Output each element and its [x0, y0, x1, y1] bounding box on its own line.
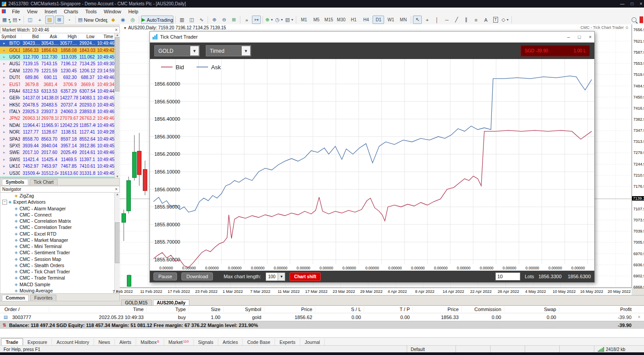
maximize-button[interactable]: □ [631, 1, 633, 6]
navigator-item-cmc-tick-chart-trader[interactable]: ◈CMC - Tick Chart Trader [0, 268, 114, 275]
timeframe-d1[interactable]: D1 [373, 16, 384, 24]
trendline-tool[interactable]: ╱ [452, 16, 461, 24]
profiles-button[interactable]: ▤▼ [12, 16, 21, 24]
menu-window[interactable]: Window [100, 8, 125, 15]
navigator-item-macd-sample[interactable]: ◈MACD Sample [0, 281, 114, 288]
symbol-select[interactable]: GOLD▼ [154, 45, 200, 56]
market-watch-tab-tick-chart[interactable]: Tick Chart [30, 179, 58, 185]
navigator-item-cmc-mini-terminal[interactable]: ◈CMC - Mini Terminal [0, 243, 114, 249]
navigator-item-zigzag[interactable]: ◈ZigZag [0, 193, 114, 199]
timeframe-m15[interactable]: M15 [323, 16, 334, 24]
scroll-down-icon[interactable]: ▼ [116, 175, 119, 178]
terminal-toggle[interactable]: ⊞ [55, 16, 64, 24]
market-watch-row[interactable]: ►GOLD1856.331856.631858.081843.0310:49:4… [0, 47, 114, 53]
search-icon[interactable] [629, 16, 638, 24]
navigator-item-cmc-market-manager[interactable]: ◈CMC - Market Manager [0, 237, 114, 243]
download-button[interactable]: Download [181, 272, 213, 280]
chart-candles-button[interactable]: ◫ [187, 16, 196, 24]
navigator-tab-favorites[interactable]: Favorites [30, 295, 56, 301]
navigator-item-cmc-alarm-manager[interactable]: ◈CMC - Alarm Manager [0, 205, 114, 212]
max-chart-length-select[interactable]: 100 ▼ [266, 272, 286, 281]
menu-tools[interactable]: Tools [82, 8, 100, 15]
timeframe-m5[interactable]: M5 [310, 16, 322, 24]
navigator-item-cmc-sentiment-trader[interactable]: ◈CMC - Sentiment Trader [0, 249, 114, 256]
terminal-tab-articles[interactable]: Articles [218, 339, 243, 346]
tile-windows-button[interactable]: ⊞ [229, 16, 238, 24]
strategy-tester-toggle[interactable]: ◔ [65, 16, 74, 24]
menu-insert[interactable]: Insert [41, 8, 60, 15]
label-tool[interactable]: T [491, 16, 500, 24]
tick-close-button[interactable]: × [589, 34, 592, 39]
timeframe-mn[interactable]: MN [397, 16, 409, 24]
navigator-item-cmc-stealth-orders[interactable]: ◈CMC - Stealth Orders [0, 262, 114, 268]
chart-line-button[interactable]: ∿ [197, 16, 206, 24]
auto-scroll-button[interactable]: » [242, 16, 251, 24]
market-watch-row[interactable]: ►US3031509.4431512.0431613.6031331.8310:… [0, 170, 114, 176]
market-watch-row[interactable]: ►NOR251127.771128.671138.511127.4110:49:… [0, 129, 114, 135]
navigator-tab-common[interactable]: Common [2, 295, 29, 301]
market-watch-row[interactable]: ►SWE302017.102017.602025.492014.6110:49:… [0, 149, 114, 156]
navigator-scrollbar[interactable]: ▲ ▼ [114, 193, 120, 293]
close-position-button[interactable]: SGD -39.90 1.00 L [521, 45, 590, 56]
cursor-tool[interactable]: ↖ [413, 16, 422, 24]
navigator-item-moving-average[interactable]: ◈Moving Average [0, 288, 114, 293]
timeframe-w1[interactable]: W1 [385, 16, 397, 24]
menu-view[interactable]: View [24, 8, 41, 15]
market-watch-tab-symbols[interactable]: Symbols [2, 179, 28, 185]
tick-chart-plot[interactable]: 1856.600001856.500001856.400001856.30000… [150, 59, 594, 272]
chart-bars-button[interactable]: ▥ [177, 16, 186, 24]
market-watch-row[interactable]: ►SPA358558.708563.708597.188552.6410:49:… [0, 135, 114, 142]
market-watch-row[interactable]: ►BITCOIN30423....30543....30577....29924… [0, 40, 114, 47]
chart-shift-button[interactable]: Chart shift [290, 272, 321, 281]
terminal-tab-exposure[interactable]: Exposure [23, 339, 52, 346]
timeframe-h4[interactable]: H4 [360, 16, 372, 24]
navigator-toggle[interactable]: ▨ [45, 16, 54, 24]
terminal-tab-news[interactable]: News [94, 339, 115, 346]
timeframe-m30[interactable]: M30 [335, 16, 347, 24]
terminal-tab-market[interactable]: Market110 [164, 339, 194, 346]
open-order-row[interactable]: ▤30037772022.05.23 10:49:33buy1.00gold18… [0, 313, 644, 321]
data-window-toggle[interactable]: + [35, 16, 44, 24]
market-watch-toggle[interactable]: ◫ [26, 16, 35, 24]
new-order-button[interactable]: ▤+New Order [78, 16, 108, 24]
market-watch-row[interactable]: ►UK1007452.977453.977467.857410.6110:49:… [0, 163, 114, 170]
mode-select[interactable]: Timed▼ [206, 45, 251, 56]
terminal-tab-account-history[interactable]: Account History [52, 339, 94, 346]
community-button[interactable]: ◉ [118, 16, 127, 24]
navigator-item-cmc-session-map[interactable]: ◈CMC - Session Map [0, 256, 114, 262]
text-tool[interactable]: A [481, 16, 490, 24]
close-button[interactable]: × [640, 1, 642, 6]
market-watch-row[interactable]: ►CAN601220.791221.591230.451206.1223:14:… [0, 67, 114, 74]
lots-input[interactable] [495, 272, 520, 280]
crosshair-tool[interactable]: + [423, 16, 432, 24]
shapes-dropdown[interactable]: ◇▼ [501, 16, 510, 24]
scroll-up-icon[interactable]: ▲ [116, 193, 119, 196]
alert-icon[interactable] [640, 16, 643, 23]
navigator-close-icon[interactable]: × [115, 187, 118, 192]
market-watch-row[interactable]: ►NDAQ10011964.4711965.9712042.2911857.40… [0, 122, 114, 129]
market-watch-row[interactable]: ►JPN22526963.1826978.1827079.6726763.251… [0, 115, 114, 122]
market-watch-row[interactable]: ►GER4014137.0914138.0914227.7814083.1210… [0, 95, 114, 101]
status-profile[interactable]: Default [407, 346, 456, 353]
market-watch-row[interactable]: ►DUTCH25689.86690.11692.30688.3710:49:46 [0, 74, 114, 81]
vline-tool[interactable]: │ [432, 16, 441, 24]
collapse-box-icon[interactable]: − [2, 200, 7, 205]
terminal-tab-alerts[interactable]: Alerts [115, 339, 136, 346]
templates-dropdown[interactable]: ▧▼ [285, 16, 294, 24]
pause-button[interactable]: Pause [153, 272, 177, 280]
timeframe-m1[interactable]: M1 [298, 16, 310, 24]
menu-help[interactable]: Help [125, 8, 142, 15]
menu-charts[interactable]: Charts [60, 8, 82, 15]
chart-tab-gold-m15[interactable]: GOLD,M15 [121, 300, 152, 306]
tick-window-titlebar[interactable]: Tick Chart Trader – □ × [150, 32, 594, 43]
market-watch-row[interactable]: ►ITALY4023925.323937.324060.323893.810:4… [0, 108, 114, 115]
new-chart-button[interactable]: ▦+▼ [2, 16, 11, 24]
market-watch-row[interactable]: ►FRA406312.536313.536357.296307.5410:49:… [0, 88, 114, 95]
timeframe-h1[interactable]: H1 [348, 16, 359, 24]
collapse-triangle-icon[interactable]: ▼ [123, 26, 127, 30]
market-watch-row[interactable]: ►AUS2007139.157143.157196.127134.2510:49… [0, 60, 114, 67]
market-watch-row[interactable]: ►USOIL112.700112.730113.035111.06210:49:… [0, 54, 114, 60]
terminal-tab-signals[interactable]: Signals [194, 339, 218, 346]
navigator-item-expert-advisors[interactable]: −◈Expert Advisors [0, 199, 114, 205]
navigator-item-cmc-correlation-matrix[interactable]: ◈CMC - Correlation Matrix [0, 218, 114, 224]
